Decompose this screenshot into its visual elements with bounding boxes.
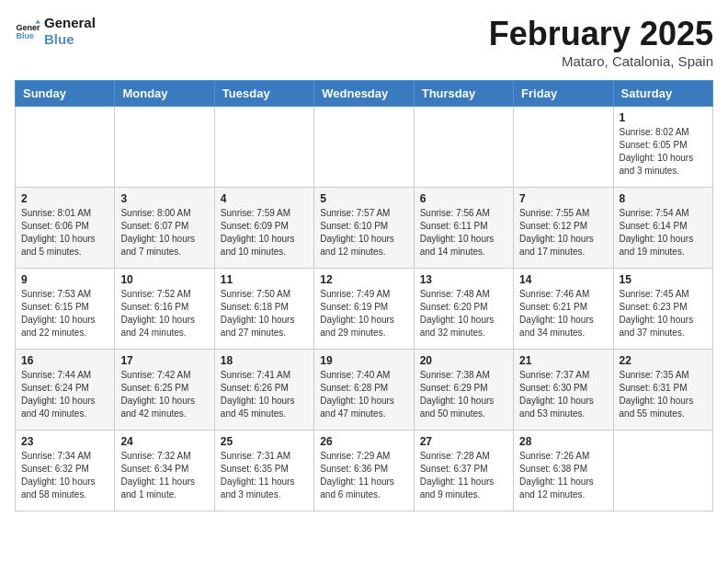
calendar-cell: 25Sunrise: 7:31 AM Sunset: 6:35 PM Dayli… [214,431,313,511]
calendar-cell: 3Sunrise: 8:00 AM Sunset: 6:07 PM Daylig… [115,188,214,269]
day-number: 22 [620,354,707,367]
svg-text:General: General [16,23,40,32]
calendar-cell: 4Sunrise: 7:59 AM Sunset: 6:09 PM Daylig… [214,188,313,269]
day-info: Sunrise: 7:31 AM Sunset: 6:35 PM Dayligh… [221,450,308,501]
day-number: 11 [221,273,308,286]
day-info: Sunrise: 7:59 AM Sunset: 6:09 PM Dayligh… [221,207,308,259]
calendar-header-tuesday: Tuesday [214,81,313,107]
calendar-cell [16,107,115,188]
day-info: Sunrise: 7:50 AM Sunset: 6:18 PM Dayligh… [221,288,308,339]
day-number: 5 [320,192,407,205]
calendar-week-2: 2Sunrise: 8:01 AM Sunset: 6:06 PM Daylig… [16,188,713,269]
day-info: Sunrise: 7:44 AM Sunset: 6:24 PM Dayligh… [21,369,108,420]
logo-icon: General Blue [15,18,40,44]
day-info: Sunrise: 7:55 AM Sunset: 6:12 PM Dayligh… [519,207,607,259]
day-info: Sunrise: 8:00 AM Sunset: 6:07 PM Dayligh… [120,207,208,259]
day-number: 21 [519,354,607,367]
day-number: 26 [320,435,407,448]
calendar-cell: 17Sunrise: 7:42 AM Sunset: 6:25 PM Dayli… [115,350,214,431]
calendar-cell: 6Sunrise: 7:56 AM Sunset: 6:11 PM Daylig… [414,188,513,269]
day-number: 20 [420,354,507,367]
calendar-cell: 19Sunrise: 7:40 AM Sunset: 6:28 PM Dayli… [314,350,414,431]
calendar-week-1: 1Sunrise: 8:02 AM Sunset: 6:05 PM Daylig… [16,107,713,188]
calendar-cell [514,107,613,188]
calendar-cell: 22Sunrise: 7:35 AM Sunset: 6:31 PM Dayli… [613,350,712,431]
svg-marker-2 [35,19,40,23]
day-info: Sunrise: 8:02 AM Sunset: 6:05 PM Dayligh… [620,126,707,178]
calendar-cell: 27Sunrise: 7:28 AM Sunset: 6:37 PM Dayli… [414,431,513,511]
day-number: 16 [21,354,108,367]
day-number: 2 [21,192,108,205]
day-info: Sunrise: 8:01 AM Sunset: 6:06 PM Dayligh… [21,207,108,259]
calendar-cell: 16Sunrise: 7:44 AM Sunset: 6:24 PM Dayli… [16,350,115,431]
day-number: 13 [420,273,507,286]
calendar-cell: 21Sunrise: 7:37 AM Sunset: 6:30 PM Dayli… [514,350,613,431]
day-info: Sunrise: 7:26 AM Sunset: 6:38 PM Dayligh… [519,450,607,501]
calendar-cell [314,107,414,188]
day-number: 3 [120,192,208,205]
day-info: Sunrise: 7:29 AM Sunset: 6:36 PM Dayligh… [320,450,407,501]
calendar-cell [414,107,513,188]
day-number: 8 [620,192,707,205]
day-number: 24 [120,435,208,448]
calendar-header-saturday: Saturday [613,81,712,107]
calendar-header-wednesday: Wednesday [314,81,414,107]
page-header: General Blue General Blue February 2025 … [15,15,713,69]
day-number: 14 [519,273,607,286]
month-title: February 2025 [489,15,713,53]
calendar-header-thursday: Thursday [414,81,513,107]
day-number: 9 [21,273,108,286]
calendar-cell: 1Sunrise: 8:02 AM Sunset: 6:05 PM Daylig… [613,107,712,188]
day-number: 27 [420,435,507,448]
day-info: Sunrise: 7:34 AM Sunset: 6:32 PM Dayligh… [21,450,108,501]
day-number: 1 [620,111,707,124]
logo-general: General [44,15,96,31]
day-info: Sunrise: 7:41 AM Sunset: 6:26 PM Dayligh… [221,369,308,420]
day-number: 18 [221,354,308,367]
calendar-cell: 9Sunrise: 7:53 AM Sunset: 6:15 PM Daylig… [16,269,115,350]
calendar-week-3: 9Sunrise: 7:53 AM Sunset: 6:15 PM Daylig… [16,269,713,350]
calendar-cell: 10Sunrise: 7:52 AM Sunset: 6:16 PM Dayli… [115,269,214,350]
calendar-cell: 2Sunrise: 8:01 AM Sunset: 6:06 PM Daylig… [16,188,115,269]
day-info: Sunrise: 7:46 AM Sunset: 6:21 PM Dayligh… [519,288,607,339]
calendar-header-sunday: Sunday [16,81,115,107]
day-number: 19 [320,354,407,367]
calendar-cell: 7Sunrise: 7:55 AM Sunset: 6:12 PM Daylig… [514,188,613,269]
calendar-header-monday: Monday [115,81,214,107]
calendar-cell: 18Sunrise: 7:41 AM Sunset: 6:26 PM Dayli… [214,350,313,431]
day-info: Sunrise: 7:32 AM Sunset: 6:34 PM Dayligh… [120,450,208,501]
day-number: 10 [120,273,208,286]
day-info: Sunrise: 7:42 AM Sunset: 6:25 PM Dayligh… [120,369,208,420]
day-info: Sunrise: 7:48 AM Sunset: 6:20 PM Dayligh… [420,288,507,339]
calendar-cell [613,431,712,511]
day-number: 28 [519,435,607,448]
calendar-header-row: SundayMondayTuesdayWednesdayThursdayFrid… [16,81,713,107]
calendar-cell: 23Sunrise: 7:34 AM Sunset: 6:32 PM Dayli… [16,431,115,511]
calendar-cell: 13Sunrise: 7:48 AM Sunset: 6:20 PM Dayli… [414,269,513,350]
day-number: 25 [221,435,308,448]
day-number: 12 [320,273,407,286]
day-number: 17 [120,354,208,367]
day-number: 7 [519,192,607,205]
calendar-header-friday: Friday [514,81,613,107]
day-info: Sunrise: 7:54 AM Sunset: 6:14 PM Dayligh… [620,207,707,259]
location: Mataro, Catalonia, Spain [489,53,713,69]
calendar-week-5: 23Sunrise: 7:34 AM Sunset: 6:32 PM Dayli… [16,431,713,511]
day-info: Sunrise: 7:53 AM Sunset: 6:15 PM Dayligh… [21,288,108,339]
calendar-cell: 14Sunrise: 7:46 AM Sunset: 6:21 PM Dayli… [514,269,613,350]
calendar-table: SundayMondayTuesdayWednesdayThursdayFrid… [15,80,713,511]
calendar-cell: 15Sunrise: 7:45 AM Sunset: 6:23 PM Dayli… [613,269,712,350]
calendar-cell [214,107,313,188]
calendar-cell: 26Sunrise: 7:29 AM Sunset: 6:36 PM Dayli… [314,431,414,511]
calendar-cell: 28Sunrise: 7:26 AM Sunset: 6:38 PM Dayli… [514,431,613,511]
calendar-cell: 12Sunrise: 7:49 AM Sunset: 6:19 PM Dayli… [314,269,414,350]
calendar-cell: 8Sunrise: 7:54 AM Sunset: 6:14 PM Daylig… [613,188,712,269]
calendar-cell: 5Sunrise: 7:57 AM Sunset: 6:10 PM Daylig… [314,188,414,269]
calendar-week-4: 16Sunrise: 7:44 AM Sunset: 6:24 PM Dayli… [16,350,713,431]
day-info: Sunrise: 7:56 AM Sunset: 6:11 PM Dayligh… [420,207,507,259]
day-number: 23 [21,435,108,448]
day-info: Sunrise: 7:28 AM Sunset: 6:37 PM Dayligh… [420,450,507,501]
day-info: Sunrise: 7:52 AM Sunset: 6:16 PM Dayligh… [120,288,208,339]
logo: General Blue General Blue [15,15,96,48]
svg-text:Blue: Blue [16,31,34,40]
